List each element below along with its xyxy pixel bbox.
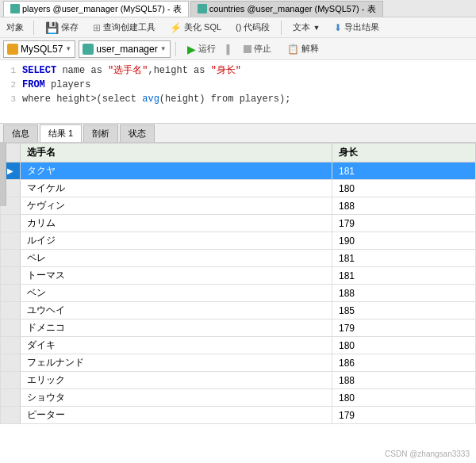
cell-height: 188 (332, 285, 475, 302)
table-icon (10, 4, 20, 13)
results-area[interactable]: 选手名 身长 ▶タクヤ181マイケル180ケヴィン188カリム179ルイジ190… (0, 143, 476, 463)
row-marker (1, 267, 21, 285)
cell-height: 180 (332, 389, 475, 407)
toolbar1: 对象 💾 保存 ⊞ 查询创建工具 ⚡ 美化 SQL () 代码段 文本 ▼ ⬇ … (0, 17, 476, 38)
text-dropdown-icon: ▼ (313, 24, 320, 32)
line-content-1: SELECT name as "选手名",height as "身长" (22, 63, 241, 78)
cell-name: ショウタ (21, 389, 332, 407)
tab-players[interactable]: players @user_manager (MySQL57) - 表 (3, 1, 189, 17)
cell-name: ピーター (21, 407, 332, 424)
code-snippet-button[interactable]: () 代码段 (231, 20, 274, 35)
query-builder-icon: ⊞ (93, 22, 101, 33)
tab-info[interactable]: 信息 (3, 124, 38, 142)
line-num-2: 2 (0, 78, 22, 92)
explain-button[interactable]: 📋 解释 (281, 41, 325, 56)
cell-name: エリック (21, 372, 332, 389)
table-row[interactable]: ショウタ180 (1, 389, 476, 407)
col-header-name: 选手名 (21, 143, 332, 163)
line-content-2: FROM players (22, 78, 90, 92)
database-select[interactable]: user_manager ▼ (79, 40, 170, 58)
save-button[interactable]: 💾 保存 (40, 20, 83, 36)
cell-name: トーマス (21, 267, 332, 285)
run-button[interactable]: ▶ 运行 (181, 41, 222, 57)
row-marker (1, 354, 21, 372)
export-icon: ⬇ (334, 22, 342, 33)
cell-name: ペレ (21, 250, 332, 267)
save-label: 保存 (61, 21, 79, 33)
cell-name: ルイジ (21, 232, 332, 250)
cell-height: 190 (332, 232, 475, 250)
table-row[interactable]: ケヴィン188 (1, 197, 476, 215)
editor-line-2: 2 FROM players (0, 78, 476, 92)
table-row[interactable]: ルイジ190 (1, 232, 476, 250)
cell-height: 181 (332, 267, 475, 285)
sql-editor[interactable]: 1 SELECT name as "选手名",height as "身长" 2 … (0, 60, 476, 124)
query-builder-label: 查询创建工具 (103, 21, 155, 33)
tab-profile-label: 剖析 (92, 128, 109, 140)
beautify-icon: ⚡ (170, 22, 182, 33)
row-marker (1, 285, 21, 302)
text-button[interactable]: 文本 ▼ (288, 20, 324, 35)
tab-status[interactable]: 状态 (120, 124, 155, 142)
stop-button[interactable]: 停止 (237, 41, 278, 56)
table-row[interactable]: マイケル180 (1, 180, 476, 197)
table-row[interactable]: トーマス181 (1, 267, 476, 285)
tab-countries-label: countries @user_manager (MySQL57) - 表 (209, 3, 376, 15)
tab-countries[interactable]: countries @user_manager (MySQL57) - 表 (190, 1, 383, 17)
table-row[interactable]: ペレ181 (1, 250, 476, 267)
tab-info-label: 信息 (12, 128, 29, 140)
editor-line-1: 1 SELECT name as "选手名",height as "身长" (0, 63, 476, 78)
query-builder-button[interactable]: ⊞ 查询创建工具 (88, 20, 160, 35)
explain-label: 解释 (301, 43, 319, 55)
divider3 (175, 42, 176, 56)
db-icon (83, 44, 94, 55)
cell-name: ケヴィン (21, 197, 332, 215)
table-row[interactable]: ▶タクヤ181 (1, 163, 476, 180)
row-marker (1, 389, 21, 407)
result-tabs: 信息 结果 1 剖析 状态 (0, 124, 476, 143)
table-row[interactable]: ピーター179 (1, 407, 476, 424)
watermark: CSDN @zhangsan3333 (385, 450, 470, 458)
divider2 (281, 21, 282, 35)
row-marker (1, 407, 21, 424)
table-row[interactable]: カリム179 (1, 215, 476, 232)
cell-name: ダイキ (21, 337, 332, 354)
stop-label: 停止 (254, 43, 271, 55)
table-row[interactable]: フェルナンド186 (1, 354, 476, 372)
table-row[interactable]: ダイキ180 (1, 337, 476, 354)
beautify-button[interactable]: ⚡ 美化 SQL (165, 20, 226, 35)
editor-line-3: 3 where height>(select avg(height) from … (0, 92, 476, 106)
main-container: players @user_manager (MySQL57) - 表 coun… (0, 0, 476, 463)
toolbar2: MySQL57 ▼ user_manager ▼ ▶ 运行 ▌ 停止 📋 解释 (0, 38, 476, 60)
table-row[interactable]: ベン188 (1, 285, 476, 302)
tab-players-label: players @user_manager (MySQL57) - 表 (22, 3, 182, 15)
connection-value: MySQL57 (21, 44, 63, 55)
tab-result1-label: 结果 1 (48, 128, 73, 140)
cell-height: 179 (332, 215, 475, 232)
table-row[interactable]: ドメニコ179 (1, 320, 476, 337)
tab-status-label: 状态 (129, 128, 146, 140)
cell-height: 180 (332, 180, 475, 197)
table-row[interactable]: エリック188 (1, 372, 476, 389)
connection-select[interactable]: MySQL57 ▼ (3, 40, 75, 58)
object-label: 对象 (3, 21, 27, 33)
results-table: 选手名 身长 ▶タクヤ181マイケル180ケヴィン188カリム179ルイジ190… (0, 143, 476, 424)
tab-profile[interactable]: 剖析 (83, 124, 118, 142)
line-num-1: 1 (0, 63, 22, 78)
cell-height: 186 (332, 354, 475, 372)
row-marker (1, 250, 21, 267)
row-marker (1, 302, 21, 320)
line-content-3: where height>(select avg(height) from pl… (22, 92, 290, 106)
tab-bar: players @user_manager (MySQL57) - 表 coun… (0, 0, 476, 17)
row-marker (1, 215, 21, 232)
run-icon: ▶ (187, 43, 196, 55)
cell-height: 180 (332, 337, 475, 354)
cell-name: フェルナンド (21, 354, 332, 372)
cell-name: タクヤ (21, 163, 332, 180)
export-button[interactable]: ⬇ 导出结果 (329, 20, 384, 35)
divider1 (33, 21, 34, 35)
cell-height: 179 (332, 320, 475, 337)
table-row[interactable]: ユウヘイ185 (1, 302, 476, 320)
table-icon-2 (198, 4, 207, 13)
tab-result1[interactable]: 结果 1 (40, 124, 82, 142)
